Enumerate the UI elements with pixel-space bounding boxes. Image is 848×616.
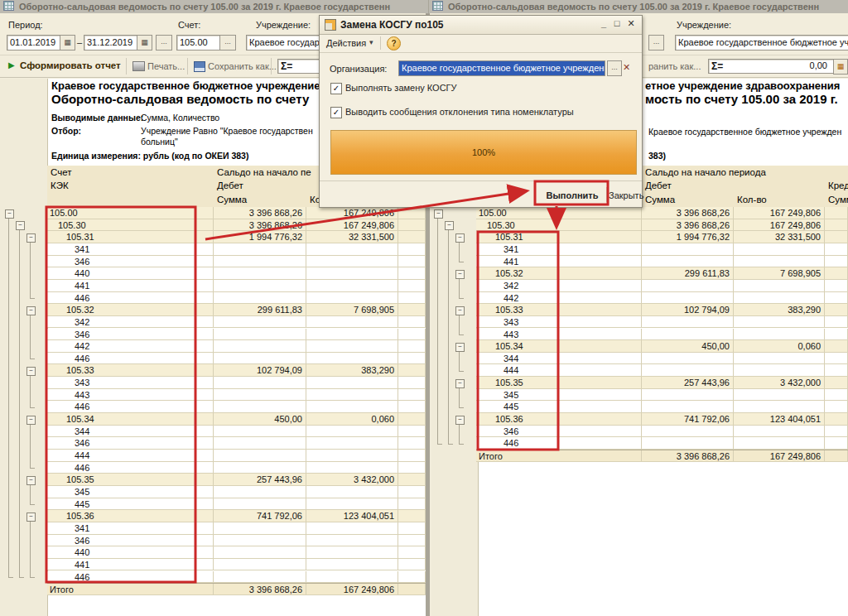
table-row[interactable]: Итого3 396 868,26167 249,806: [47, 583, 426, 595]
actions-menu[interactable]: Действия: [326, 38, 366, 48]
minimize-icon[interactable]: _: [598, 18, 610, 28]
table-row[interactable]: 346: [47, 535, 426, 547]
table-row[interactable]: 343: [476, 316, 848, 329]
account-select-button[interactable]: ...: [219, 35, 236, 51]
organization-input[interactable]: Краевое государственное бюджетное учрежд…: [398, 60, 605, 76]
dialog-title-bar[interactable]: Замена КОСГУ по105 _ □ ✕: [320, 16, 642, 35]
table-row[interactable]: 105.33102 794,09383,290: [476, 304, 848, 316]
table-row[interactable]: 441: [47, 559, 426, 571]
organization-select-button[interactable]: ...: [607, 60, 622, 76]
tree-collapse-icon[interactable]: −: [26, 513, 36, 522]
table-row[interactable]: 105.311 994 776,3232 331,500: [47, 231, 426, 243]
tree-collapse-icon[interactable]: −: [16, 221, 25, 230]
table-row[interactable]: 105.003 396 868,26167 249,806: [476, 207, 848, 219]
table-row[interactable]: 105.303 396 868,26167 249,806: [476, 219, 848, 232]
help-icon[interactable]: ?: [387, 36, 401, 51]
table-row[interactable]: 105.003 396 868,26167 249,806: [47, 207, 426, 219]
institution-input[interactable]: Краевое государ: [246, 35, 324, 51]
calendar-icon[interactable]: ▦: [60, 35, 75, 51]
tree-collapse-icon[interactable]: −: [455, 379, 465, 388]
table-row[interactable]: 443: [476, 329, 848, 341]
table-row[interactable]: 105.303 396 868,26167 249,806: [47, 219, 426, 232]
tree-collapse-icon[interactable]: −: [455, 233, 465, 243]
close-icon[interactable]: ✕: [625, 18, 637, 29]
table-row[interactable]: 341: [476, 243, 848, 256]
table-row[interactable]: 440: [47, 546, 426, 559]
tree-collapse-icon[interactable]: −: [455, 306, 465, 315]
table-row[interactable]: 105.32299 611,837 698,905: [47, 304, 426, 316]
tree-collapse-icon[interactable]: −: [26, 233, 36, 243]
table-row[interactable]: 440: [47, 267, 426, 280]
table-row[interactable]: 445: [47, 498, 426, 511]
maximize-icon[interactable]: □: [611, 18, 623, 28]
table-row[interactable]: 346: [476, 426, 848, 438]
tree-collapse-icon[interactable]: −: [26, 306, 36, 315]
table-row[interactable]: 105.311 994 776,3232 331,500: [476, 231, 848, 243]
close-button[interactable]: Закрыть: [609, 186, 643, 205]
table-row[interactable]: 105.36741 792,06123 404,051: [47, 510, 426, 522]
window-caption-right[interactable]: Оборотно-сальдовая ведомость по счету 10…: [428, 0, 848, 13]
sum-field[interactable]: Σ=: [277, 59, 322, 74]
table-row[interactable]: 346: [47, 256, 426, 268]
table-row[interactable]: 341: [47, 522, 426, 535]
table-row[interactable]: 105.35257 443,963 432,000: [476, 377, 848, 389]
print-button[interactable]: Печать...: [147, 61, 185, 71]
table-row[interactable]: 446: [47, 353, 426, 365]
period-from-input[interactable]: 01.01.2019: [7, 35, 65, 51]
tree-collapse-icon[interactable]: −: [26, 416, 36, 425]
show-messages-checkbox[interactable]: ✓: [330, 107, 342, 118]
tree-collapse-icon[interactable]: −: [445, 221, 454, 230]
table-row[interactable]: 342: [47, 316, 426, 329]
execute-button[interactable]: Выполнить: [539, 186, 605, 205]
tree-collapse-icon[interactable]: −: [455, 270, 465, 279]
table-row[interactable]: 444: [47, 450, 426, 462]
tree-collapse-icon[interactable]: −: [455, 416, 465, 425]
table-row[interactable]: 105.34450,000,060: [47, 413, 426, 426]
table-row[interactable]: 105.35257 443,963 432,000: [47, 474, 426, 486]
account-select-button[interactable]: ...: [648, 35, 664, 51]
generate-report-button[interactable]: Сформировать отчет: [20, 60, 121, 70]
table-row[interactable]: 443: [47, 389, 426, 402]
table-row[interactable]: 445: [476, 401, 848, 413]
tree-collapse-icon[interactable]: −: [26, 367, 36, 376]
calculator-icon[interactable]: ▦: [833, 59, 848, 75]
table-row[interactable]: 105.36741 792,06123 404,051: [476, 413, 848, 426]
period-more-button[interactable]: ...: [156, 35, 172, 51]
table-row[interactable]: 441: [476, 256, 848, 268]
clear-icon[interactable]: ✕: [623, 62, 630, 73]
table-row[interactable]: 346: [47, 437, 426, 450]
table-row[interactable]: 446: [47, 401, 426, 413]
tree-collapse-icon[interactable]: −: [5, 209, 14, 219]
calendar-icon[interactable]: ▦: [137, 35, 152, 51]
table-row[interactable]: Итого3 396 868,26167 249,806: [476, 450, 848, 462]
table-row[interactable]: 105.33102 794,09383,290: [47, 364, 426, 377]
table-row[interactable]: 342: [476, 280, 848, 292]
account-input[interactable]: 105.00: [176, 35, 223, 51]
table-row[interactable]: 446: [47, 462, 426, 474]
table-row[interactable]: 105.32299 611,837 698,905: [476, 267, 848, 280]
table-row[interactable]: 344: [47, 426, 426, 438]
institution-input[interactable]: Краевое государственное бюджетное учре: [675, 35, 848, 51]
tree-collapse-icon[interactable]: −: [455, 343, 465, 352]
tree-collapse-icon[interactable]: −: [26, 476, 36, 485]
tree-collapse-icon[interactable]: −: [434, 209, 443, 219]
table-row[interactable]: 344: [476, 353, 848, 365]
table-row[interactable]: 442: [476, 292, 848, 305]
table-row[interactable]: 346: [47, 329, 426, 341]
table-row[interactable]: 343: [47, 377, 426, 389]
table-row[interactable]: 105.34450,000,060: [476, 340, 848, 353]
table-row[interactable]: 341: [47, 243, 426, 256]
window-caption-left[interactable]: Оборотно-сальдовая ведомость по счету 10…: [0, 0, 427, 13]
period-to-input[interactable]: 31.12.2019: [84, 35, 142, 51]
table-row[interactable]: 442: [47, 340, 426, 353]
replace-kosgu-checkbox[interactable]: ✓: [330, 83, 342, 94]
table-row[interactable]: 446: [476, 437, 848, 450]
table-row[interactable]: 345: [476, 389, 848, 402]
table-row[interactable]: 446: [47, 292, 426, 305]
save-as-button[interactable]: ранить как...: [648, 61, 701, 71]
save-as-button[interactable]: Сохранить как...: [208, 61, 277, 71]
table-row[interactable]: 345: [47, 486, 426, 498]
table-row[interactable]: 446: [47, 571, 426, 584]
table-row[interactable]: 441: [47, 280, 426, 292]
table-row[interactable]: 444: [476, 364, 848, 377]
